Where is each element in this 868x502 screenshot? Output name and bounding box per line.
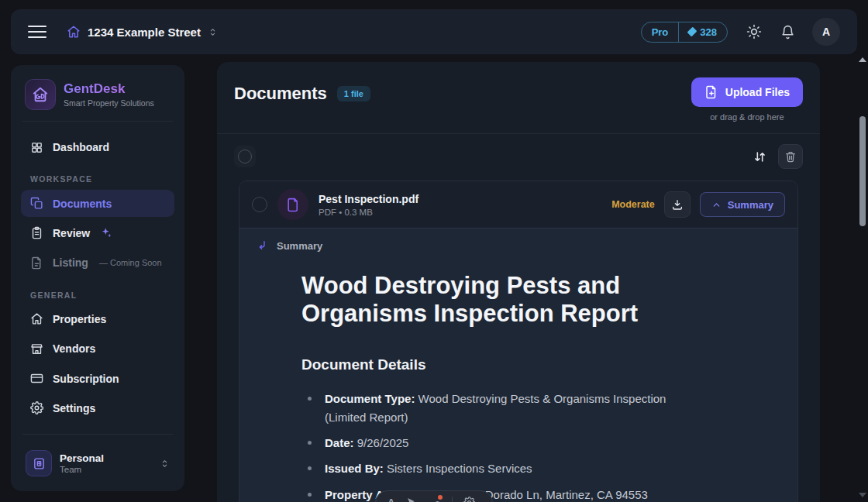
scroll-down-arrow[interactable] bbox=[859, 493, 866, 497]
diamond-icon bbox=[687, 27, 698, 37]
text-tool-icon[interactable]: A bbox=[388, 497, 394, 502]
summary-label: Summary bbox=[277, 240, 322, 252]
chevron-up-icon bbox=[711, 200, 722, 210]
divider bbox=[22, 121, 173, 122]
workspace-type: Team bbox=[60, 465, 104, 474]
document-card-header[interactable]: Pest Inspection.pdf PDF • 0.3 MB Moderat… bbox=[239, 181, 797, 228]
file-count-badge: 1 file bbox=[337, 86, 370, 101]
trash-icon bbox=[784, 150, 797, 163]
credits-count: 328 bbox=[700, 26, 717, 38]
menu-icon[interactable] bbox=[28, 22, 46, 42]
document-checkbox[interactable] bbox=[252, 197, 267, 212]
top-bar: 1234 Example Street Pro 328 A bbox=[11, 9, 857, 54]
clipboard-icon bbox=[30, 226, 43, 239]
notifications-bell-icon[interactable] bbox=[780, 25, 795, 40]
plan-label: Pro bbox=[642, 22, 679, 42]
theme-sun-icon[interactable] bbox=[746, 24, 762, 40]
sidebar-item-documents[interactable]: Documents bbox=[21, 190, 174, 216]
scrollbar[interactable] bbox=[856, 51, 868, 502]
brand: GentDesk Smart Property Solutions bbox=[21, 79, 174, 110]
workspace-switcher[interactable]: Personal Team bbox=[21, 445, 174, 481]
severity-badge: Moderate bbox=[611, 199, 655, 210]
sidebar-item-vendors[interactable]: Vendors bbox=[21, 335, 174, 362]
property-address: 1234 Example Street bbox=[88, 26, 201, 39]
gear-icon bbox=[30, 401, 43, 414]
sort-arrows-icon bbox=[753, 150, 767, 164]
pdf-file-icon bbox=[277, 189, 308, 220]
document-summary-section: Summary Wood Destroying Pests and Organi… bbox=[239, 228, 797, 502]
sidebar-item-properties[interactable]: Properties bbox=[21, 306, 174, 332]
store-icon bbox=[30, 342, 43, 356]
grid-icon bbox=[30, 141, 43, 154]
delete-button[interactable] bbox=[778, 144, 803, 169]
details-list: Document Type: Wood Destroying Pests & O… bbox=[301, 390, 735, 502]
sparkles-icon bbox=[101, 227, 112, 239]
download-button[interactable] bbox=[664, 191, 691, 218]
home-icon bbox=[30, 312, 43, 325]
gentdesk-logo-icon bbox=[25, 79, 56, 110]
sidebar-item-review[interactable]: Review bbox=[21, 220, 174, 246]
workspace-icon bbox=[26, 450, 52, 476]
sidebar: GentDesk Smart Property Solutions Dashbo… bbox=[11, 65, 184, 491]
report-title: Wood Destroying Pests and Organisms Insp… bbox=[301, 272, 673, 328]
select-all-checkbox[interactable] bbox=[234, 146, 256, 167]
documents-copy-icon bbox=[30, 197, 43, 210]
home-icon bbox=[67, 25, 81, 39]
detail-item: Property Address: 243 Via El Dorado Ln, … bbox=[301, 486, 704, 502]
drag-drop-hint: or drag & drop here bbox=[710, 112, 784, 122]
detail-item: Date: 9/26/2025 bbox=[301, 434, 704, 452]
brand-tagline: Smart Property Solutions bbox=[64, 98, 154, 108]
sidebar-item-listing[interactable]: Listing — Coming Soon bbox=[21, 249, 174, 276]
section-label-general: GENERAL bbox=[21, 291, 174, 300]
divider bbox=[22, 434, 173, 435]
scroll-up-arrow[interactable] bbox=[859, 57, 866, 62]
page-title: Documents bbox=[234, 84, 327, 104]
brand-name: GentDesk bbox=[64, 81, 154, 97]
plan-credits-badge[interactable]: Pro 328 bbox=[641, 22, 728, 43]
chevron-up-down-icon bbox=[208, 27, 218, 37]
property-selector[interactable]: 1234 Example Street bbox=[67, 25, 218, 39]
file-plus-icon bbox=[704, 85, 718, 99]
download-icon bbox=[671, 198, 684, 211]
sidebar-item-dashboard[interactable]: Dashboard bbox=[21, 134, 174, 160]
user-avatar[interactable]: A bbox=[812, 18, 840, 46]
detail-item: Issued By: Sisters Inspections Services bbox=[301, 459, 704, 478]
toggle-tool-icon[interactable] bbox=[428, 497, 441, 502]
credit-card-icon bbox=[30, 372, 43, 385]
cursor-tool-icon[interactable] bbox=[405, 497, 417, 502]
documents-panel: Documents 1 file Upload Files or drag & … bbox=[217, 62, 820, 502]
document-meta: PDF • 0.3 MB bbox=[319, 208, 418, 217]
summary-arrow-icon bbox=[257, 239, 269, 252]
coming-soon-label: — Coming Soon bbox=[99, 258, 162, 267]
sort-button[interactable] bbox=[749, 146, 770, 167]
document-filename: Pest Inspection.pdf bbox=[319, 193, 418, 205]
summary-toggle-button[interactable]: Summary bbox=[700, 192, 785, 217]
chevron-up-down-icon bbox=[160, 459, 170, 469]
sidebar-item-subscription[interactable]: Subscription bbox=[21, 365, 174, 391]
detail-item: Document Type: Wood Destroying Pests & O… bbox=[301, 390, 704, 428]
notification-dot bbox=[438, 495, 443, 500]
file-icon bbox=[30, 256, 43, 270]
scrollbar-thumb[interactable] bbox=[859, 116, 866, 226]
workspace-name: Personal bbox=[60, 452, 104, 464]
document-card: Pest Inspection.pdf PDF • 0.3 MB Moderat… bbox=[239, 181, 798, 502]
upload-files-button[interactable]: Upload Files bbox=[691, 77, 803, 107]
sidebar-item-settings[interactable]: Settings bbox=[21, 395, 174, 421]
toolbar-gear-icon[interactable] bbox=[463, 497, 475, 502]
details-title: Document Details bbox=[301, 356, 735, 373]
floating-toolbar: A bbox=[375, 490, 493, 502]
section-label-workspace: WORKSPACE bbox=[21, 174, 174, 184]
divider bbox=[452, 497, 453, 502]
